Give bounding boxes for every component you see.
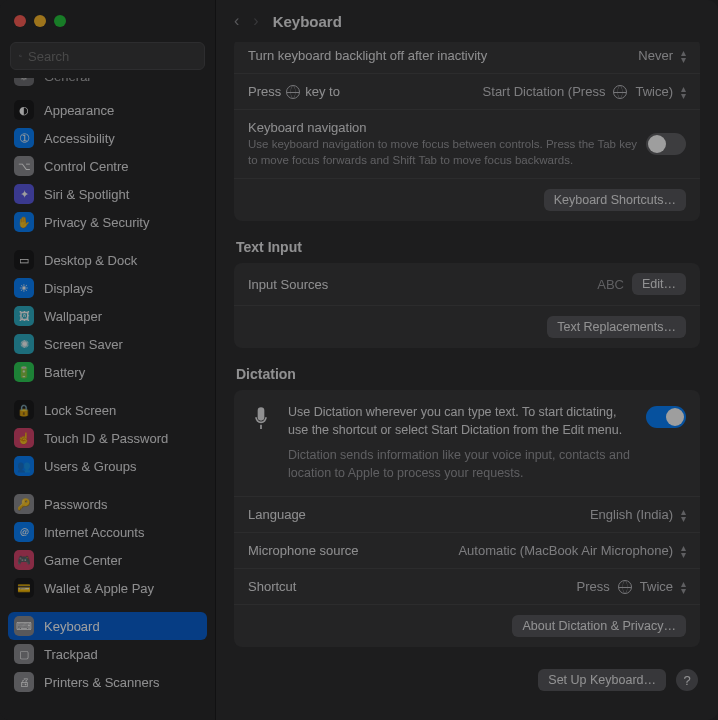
microphone-icon: [248, 404, 274, 482]
game-center-icon: 🎮: [14, 550, 34, 570]
appearance-icon: ◐: [14, 100, 34, 120]
sidebar-item-control-centre[interactable]: ⌥Control Centre: [8, 152, 207, 180]
help-button[interactable]: ?: [676, 669, 698, 691]
sidebar-item-keyboard[interactable]: ⌨Keyboard: [8, 612, 207, 640]
input-sources-value: ABC: [597, 277, 624, 292]
globe-icon: [613, 85, 627, 99]
dictation-shortcut-popup[interactable]: Press Twice ▴▾: [577, 579, 686, 594]
text-input-panel: Input Sources ABC Edit… Text Replacement…: [234, 263, 700, 348]
sidebar-item-label: Screen Saver: [44, 337, 123, 352]
internet-accounts-icon: ＠: [14, 522, 34, 542]
sidebar-item-game-center[interactable]: 🎮Game Center: [8, 546, 207, 574]
content-header: ‹ › Keyboard: [216, 0, 718, 42]
search-input[interactable]: [28, 49, 196, 64]
sidebar-item-displays[interactable]: ☀Displays: [8, 274, 207, 302]
dictation-language-popup[interactable]: English (India) ▴▾: [590, 507, 686, 522]
screen-saver-icon: ✺: [14, 334, 34, 354]
content-area: ‹ › Keyboard Turn keyboard backlight off…: [216, 0, 718, 720]
sidebar-item-label: Keyboard: [44, 619, 100, 634]
dictation-mic-popup[interactable]: Automatic (MacBook Air Microphone) ▴▾: [458, 543, 686, 558]
press-key-row[interactable]: Press key to Start Dictation (Press Twic…: [234, 73, 700, 109]
sidebar-item-label: Wallet & Apple Pay: [44, 581, 154, 596]
sidebar-item-general[interactable]: ⚙General: [8, 78, 207, 86]
chevron-updown-icon: ▴▾: [681, 544, 686, 558]
dictation-language-row[interactable]: Language English (India) ▴▾: [234, 496, 700, 532]
dictation-toggle[interactable]: [646, 406, 686, 428]
keyboard-shortcuts-button[interactable]: Keyboard Shortcuts…: [544, 189, 686, 211]
sidebar-item-label: Game Center: [44, 553, 122, 568]
minimize-window-button[interactable]: [34, 15, 46, 27]
sidebar-item-label: Lock Screen: [44, 403, 116, 418]
sidebar-item-label: Wallpaper: [44, 309, 102, 324]
siri-spotlight-icon: ✦: [14, 184, 34, 204]
sidebar-list[interactable]: ⚙General◐Appearance➀Accessibility⌥Contro…: [0, 78, 215, 720]
sidebar-item-wallet-apple-pay[interactable]: 💳Wallet & Apple Pay: [8, 574, 207, 602]
sidebar-item-label: Internet Accounts: [44, 525, 144, 540]
sidebar-item-label: Battery: [44, 365, 85, 380]
chevron-updown-icon: ▴▾: [681, 580, 686, 594]
sidebar: ⚙General◐Appearance➀Accessibility⌥Contro…: [0, 0, 216, 720]
sidebar-item-screen-saver[interactable]: ✺Screen Saver: [8, 330, 207, 358]
sidebar-item-trackpad[interactable]: ▢Trackpad: [8, 640, 207, 668]
sidebar-item-lock-screen[interactable]: 🔒Lock Screen: [8, 396, 207, 424]
keyboard-navigation-title: Keyboard navigation: [248, 120, 646, 135]
system-settings-window: ⚙General◐Appearance➀Accessibility⌥Contro…: [0, 0, 718, 720]
accessibility-icon: ➀: [14, 128, 34, 148]
keyboard-icon: ⌨: [14, 616, 34, 636]
sidebar-item-label: Siri & Spotlight: [44, 187, 129, 202]
sidebar-item-battery[interactable]: 🔋Battery: [8, 358, 207, 386]
battery-icon: 🔋: [14, 362, 34, 382]
dictation-panel: Use Dictation wherever you can type text…: [234, 390, 700, 647]
page-title: Keyboard: [273, 13, 342, 30]
passwords-icon: 🔑: [14, 494, 34, 514]
svg-rect-0: [258, 407, 265, 420]
sidebar-item-wallpaper[interactable]: 🖼Wallpaper: [8, 302, 207, 330]
privacy-security-icon: ✋: [14, 212, 34, 232]
sidebar-item-label: Passwords: [44, 497, 108, 512]
setup-keyboard-button[interactable]: Set Up Keyboard…: [538, 669, 666, 691]
about-dictation-button[interactable]: About Dictation & Privacy…: [512, 615, 686, 637]
keyboard-settings-panel: Turn keyboard backlight off after inacti…: [234, 42, 700, 221]
desktop-dock-icon: ▭: [14, 250, 34, 270]
dictation-mic-row[interactable]: Microphone source Automatic (MacBook Air…: [234, 532, 700, 568]
dictation-header-row: Use Dictation wherever you can type text…: [234, 390, 700, 496]
general-icon: ⚙: [14, 78, 34, 86]
globe-icon: [286, 85, 300, 99]
sidebar-item-passwords[interactable]: 🔑Passwords: [8, 490, 207, 518]
sidebar-item-siri-spotlight[interactable]: ✦Siri & Spotlight: [8, 180, 207, 208]
back-button[interactable]: ‹: [234, 12, 239, 30]
sidebar-item-printers-scanners[interactable]: 🖨Printers & Scanners: [8, 668, 207, 696]
sidebar-item-label: Control Centre: [44, 159, 129, 174]
chevron-updown-icon: ▴▾: [681, 49, 686, 63]
press-key-popup[interactable]: Start Dictation (Press Twice) ▴▾: [483, 84, 686, 99]
trackpad-icon: ▢: [14, 644, 34, 664]
sidebar-item-privacy-security[interactable]: ✋Privacy & Security: [8, 208, 207, 236]
text-replacements-button[interactable]: Text Replacements…: [547, 316, 686, 338]
forward-button[interactable]: ›: [253, 12, 258, 30]
zoom-window-button[interactable]: [54, 15, 66, 27]
sidebar-item-internet-accounts[interactable]: ＠Internet Accounts: [8, 518, 207, 546]
keyboard-navigation-toggle[interactable]: [646, 133, 686, 155]
close-window-button[interactable]: [14, 15, 26, 27]
dictation-shortcut-row[interactable]: Shortcut Press Twice ▴▾: [234, 568, 700, 604]
sidebar-item-label: Desktop & Dock: [44, 253, 137, 268]
sidebar-item-label: General: [44, 78, 90, 84]
printers-scanners-icon: 🖨: [14, 672, 34, 692]
backlight-row[interactable]: Turn keyboard backlight off after inacti…: [234, 42, 700, 73]
keyboard-navigation-sub: Use keyboard navigation to move focus be…: [248, 137, 646, 168]
sidebar-item-label: Appearance: [44, 103, 114, 118]
sidebar-item-users-groups[interactable]: 👥Users & Groups: [8, 452, 207, 480]
backlight-popup[interactable]: Never ▴▾: [638, 48, 686, 63]
sidebar-item-appearance[interactable]: ◐Appearance: [8, 96, 207, 124]
sidebar-item-accessibility[interactable]: ➀Accessibility: [8, 124, 207, 152]
dictation-section-title: Dictation: [236, 366, 698, 382]
sidebar-item-label: Displays: [44, 281, 93, 296]
search-icon: [19, 49, 22, 63]
input-sources-edit-button[interactable]: Edit…: [632, 273, 686, 295]
search-field[interactable]: [10, 42, 205, 70]
sidebar-item-touch-id-password[interactable]: ☝Touch ID & Password: [8, 424, 207, 452]
sidebar-item-label: Printers & Scanners: [44, 675, 160, 690]
sidebar-item-desktop-dock[interactable]: ▭Desktop & Dock: [8, 246, 207, 274]
chevron-updown-icon: ▴▾: [681, 85, 686, 99]
users-groups-icon: 👥: [14, 456, 34, 476]
